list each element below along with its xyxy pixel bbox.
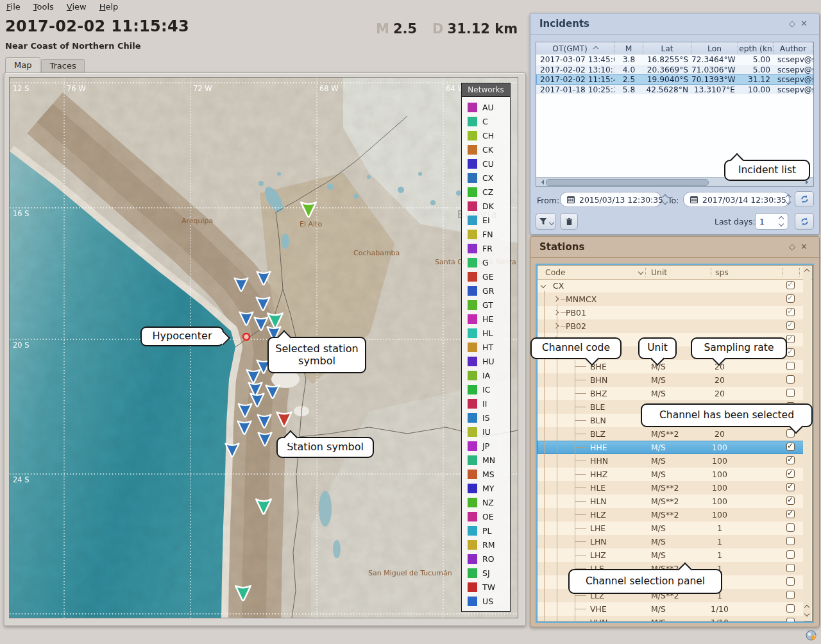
scroll-up-icon[interactable]	[804, 605, 809, 610]
channel-checkbox[interactable]	[786, 523, 795, 532]
hypocenter-marker[interactable]	[243, 334, 250, 340]
scroll-left-icon[interactable]	[539, 180, 544, 185]
channel-row[interactable]: LHEM/S1	[537, 521, 804, 535]
channel-checkbox[interactable]	[786, 591, 795, 599]
channel-checkbox[interactable]	[786, 375, 795, 384]
scroll-up-icon[interactable]	[804, 269, 809, 274]
tab-traces[interactable]: Traces	[41, 59, 84, 72]
channel-checkbox[interactable]	[786, 348, 795, 357]
channel-checkbox[interactable]	[786, 335, 795, 343]
channel-checkbox[interactable]	[786, 443, 795, 451]
menu-view[interactable]: View	[60, 0, 93, 13]
map-canvas[interactable]: 76 W72 W68 W64 W12 S16 S20 S24 SArequipa…	[9, 77, 518, 618]
channel-checkbox[interactable]	[786, 389, 795, 397]
channel-row[interactable]: HLZM/S**2100	[537, 508, 804, 521]
to-datetime-value: 2017/03/14 12:30:35	[702, 195, 786, 205]
channel-row[interactable]: BHNM/S20	[537, 373, 804, 387]
scroll-down-icon[interactable]	[804, 611, 809, 616]
tab-map[interactable]: Map	[5, 57, 40, 72]
grid-label: 24 S	[13, 475, 30, 484]
column-header-0[interactable]: OT(GMT)	[536, 42, 614, 55]
collapse-toggle-icon[interactable]	[554, 296, 559, 301]
channel-checkbox[interactable]	[786, 564, 795, 572]
col-sps[interactable]: sps	[715, 267, 729, 277]
channel-row[interactable]: LHZM/S1	[537, 548, 804, 562]
delete-button[interactable]	[560, 213, 578, 230]
column-header-2[interactable]: Lat	[643, 42, 691, 55]
column-header-5[interactable]: Author	[774, 42, 813, 55]
channel-row[interactable]: BHZM/S20	[537, 387, 804, 400]
incident-row[interactable]: 2017-02-02 13:10:144.020.3669°S71.0306°W…	[536, 65, 813, 75]
channel-row[interactable]: HLNM/S**2100	[537, 495, 804, 508]
channel-checkbox[interactable]	[786, 550, 795, 559]
menu-help[interactable]: Help	[93, 0, 125, 13]
collapse-toggle-icon[interactable]	[554, 310, 559, 315]
channel-row[interactable]: CX	[537, 279, 804, 292]
collapse-toggle-icon[interactable]	[554, 323, 559, 328]
channel-checkbox[interactable]	[786, 496, 795, 505]
close-panel-icon[interactable]	[800, 242, 813, 251]
channel-row[interactable]: VHNM/S1/10	[537, 616, 804, 622]
column-header-3[interactable]: Lon	[691, 42, 738, 55]
menu-file[interactable]: File	[0, 0, 27, 13]
incidents-table-header[interactable]: OT(GMT)MLatLonepth (knAuthor	[536, 42, 813, 55]
incident-cell: 5.00	[738, 55, 774, 65]
vertical-scrollbar[interactable]	[803, 266, 811, 621]
column-header-4[interactable]: epth (kn	[738, 42, 774, 55]
to-datetime-field[interactable]: 2017/03/14 12:30:35	[683, 192, 790, 207]
channel-checkbox[interactable]	[786, 577, 795, 586]
channel-row[interactable]: BLZM/S**220	[537, 427, 804, 441]
legend-entry: RO	[468, 552, 510, 566]
channel-row[interactable]: MNMCX	[537, 292, 804, 306]
network-color-swatch	[468, 117, 477, 126]
scrollbar-thumb[interactable]	[546, 179, 709, 186]
channel-row[interactable]: LHNM/S1	[537, 535, 804, 548]
channel-checkbox[interactable]	[786, 510, 795, 518]
refresh-button[interactable]	[795, 213, 814, 230]
close-panel-icon[interactable]	[800, 19, 813, 28]
channel-checkbox[interactable]	[786, 537, 795, 545]
channel-checkbox[interactable]	[786, 470, 795, 478]
channel-checkbox[interactable]	[786, 604, 795, 613]
channel-checkbox[interactable]	[786, 483, 795, 491]
channel-checkbox[interactable]	[786, 308, 795, 316]
channel-row[interactable]: HHZM/S100	[537, 468, 804, 481]
refresh-button[interactable]	[795, 191, 814, 207]
expand-toggle-icon[interactable]	[541, 283, 546, 288]
sort-descending-icon[interactable]	[638, 269, 643, 275]
spinner-arrows[interactable]	[779, 217, 783, 226]
incident-row[interactable]: 2017-01-18 10:25:265.842.5628°N13.3107°E…	[536, 85, 813, 95]
menu-tools[interactable]: Tools	[27, 0, 60, 13]
channel-row[interactable]: BHEM/S20	[537, 360, 804, 373]
spinner-arrows[interactable]	[663, 195, 667, 204]
channel-checkbox[interactable]	[786, 456, 795, 464]
channel-row[interactable]: HHEM/S100	[537, 441, 804, 454]
tree-connector	[575, 434, 586, 434]
incident-row[interactable]: 2017-03-07 13:45:073.816.8255°S72.3464°W…	[536, 55, 813, 65]
column-header-1[interactable]: M	[614, 42, 643, 55]
spinner-arrows[interactable]	[786, 195, 790, 204]
channel-row[interactable]: HHNM/S100	[537, 454, 804, 468]
from-datetime-field[interactable]: 2015/03/13 12:30:35	[560, 192, 661, 207]
channel-checkbox[interactable]	[786, 362, 795, 370]
filter-button[interactable]	[536, 213, 556, 230]
channel-row[interactable]: PB02	[537, 319, 804, 333]
from-label: From:	[537, 196, 559, 205]
channel-checkbox[interactable]	[786, 321, 795, 330]
channel-checkbox[interactable]	[786, 618, 795, 622]
channel-row[interactable]: PB01	[537, 306, 804, 319]
channel-row[interactable]: VHEM/S1/10	[537, 602, 804, 616]
incident-row[interactable]: 2017-02-02 11:15:432.519.9040°S70.1393°W…	[536, 74, 813, 85]
col-code[interactable]: Code	[545, 267, 566, 277]
float-panel-icon[interactable]	[789, 242, 800, 251]
float-panel-icon[interactable]	[789, 19, 800, 28]
channel-row[interactable]: HLEM/S**2100	[537, 481, 804, 495]
callout-channel-code: Channel code	[530, 337, 622, 359]
unit-cell: M/S**2	[651, 429, 679, 439]
status-tray-icon[interactable]	[805, 629, 818, 642]
last-days-spinner[interactable]: 1	[755, 213, 788, 230]
stations-table-header[interactable]: Code Unit sps	[537, 266, 812, 280]
channel-checkbox[interactable]	[786, 281, 795, 289]
channel-checkbox[interactable]	[786, 294, 795, 303]
network-color-swatch	[468, 314, 477, 324]
